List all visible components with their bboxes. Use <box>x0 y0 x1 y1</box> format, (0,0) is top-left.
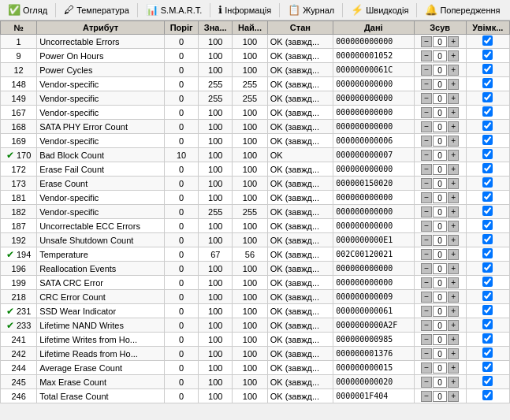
row-enabled-checkbox[interactable] <box>482 163 493 173</box>
row-enabled-checkbox[interactable] <box>482 177 493 188</box>
counter-plus-btn[interactable]: + <box>448 65 459 76</box>
toolbar-btn-temperature[interactable]: 🖊Температура <box>59 2 134 17</box>
counter-minus-btn[interactable]: − <box>421 249 432 260</box>
row-enabled-checkbox[interactable] <box>482 390 493 400</box>
row-enabled-cell[interactable] <box>466 333 509 347</box>
row-enabled-cell[interactable] <box>466 49 509 63</box>
counter-plus-btn[interactable]: + <box>448 348 459 359</box>
counter-minus-btn[interactable]: − <box>421 348 432 359</box>
counter-minus-btn[interactable]: − <box>421 192 432 203</box>
counter-plus-btn[interactable]: + <box>448 164 459 175</box>
row-enabled-checkbox[interactable] <box>482 206 493 216</box>
row-enabled-cell[interactable] <box>466 233 509 247</box>
counter-plus-btn[interactable]: + <box>448 391 459 402</box>
counter-minus-btn[interactable]: − <box>421 164 432 175</box>
row-enabled-checkbox[interactable] <box>482 248 493 258</box>
counter-plus-btn[interactable]: + <box>448 306 459 317</box>
counter-plus-btn[interactable]: + <box>448 192 459 203</box>
counter-plus-btn[interactable]: + <box>448 263 459 274</box>
row-enabled-cell[interactable] <box>466 347 509 361</box>
counter-minus-btn[interactable]: − <box>421 107 432 118</box>
row-enabled-cell[interactable] <box>466 148 509 162</box>
counter-plus-btn[interactable]: + <box>448 377 459 388</box>
toolbar-btn-journal[interactable]: 📋Журнал <box>283 2 339 17</box>
row-enabled-checkbox[interactable] <box>482 277 493 287</box>
row-enabled-cell[interactable] <box>466 134 509 148</box>
row-enabled-cell[interactable] <box>466 63 509 77</box>
counter-plus-btn[interactable]: + <box>448 178 459 189</box>
counter-plus-btn[interactable]: + <box>448 107 459 118</box>
row-enabled-cell[interactable] <box>466 361 509 375</box>
counter-minus-btn[interactable]: − <box>421 235 432 246</box>
row-enabled-checkbox[interactable] <box>482 92 493 102</box>
row-enabled-checkbox[interactable] <box>482 291 493 301</box>
toolbar-btn-info[interactable]: ℹІнформація <box>214 2 276 17</box>
row-enabled-checkbox[interactable] <box>482 50 493 60</box>
row-enabled-checkbox[interactable] <box>482 35 493 46</box>
row-enabled-cell[interactable] <box>466 290 509 304</box>
row-enabled-cell[interactable] <box>466 318 509 333</box>
row-enabled-cell[interactable] <box>466 389 509 403</box>
row-enabled-cell[interactable] <box>466 77 509 91</box>
row-enabled-cell[interactable] <box>466 35 509 49</box>
row-enabled-checkbox[interactable] <box>482 305 493 315</box>
row-enabled-cell[interactable] <box>466 106 509 120</box>
toolbar-btn-warnings[interactable]: 🔔Попередження <box>420 2 504 17</box>
row-enabled-cell[interactable] <box>466 219 509 233</box>
counter-minus-btn[interactable]: − <box>421 79 432 90</box>
toolbar-btn-overview[interactable]: ✅Огляд <box>3 2 52 17</box>
row-enabled-cell[interactable] <box>466 177 509 191</box>
row-enabled-checkbox[interactable] <box>482 78 493 88</box>
counter-minus-btn[interactable]: − <box>421 377 432 388</box>
counter-minus-btn[interactable]: − <box>421 334 432 345</box>
row-enabled-checkbox[interactable] <box>482 362 493 372</box>
counter-plus-btn[interactable]: + <box>448 292 459 303</box>
counter-minus-btn[interactable]: − <box>421 93 432 104</box>
row-enabled-checkbox[interactable] <box>482 64 493 74</box>
row-enabled-checkbox[interactable] <box>482 376 493 386</box>
counter-plus-btn[interactable]: + <box>448 277 459 288</box>
counter-plus-btn[interactable]: + <box>448 50 459 61</box>
counter-plus-btn[interactable]: + <box>448 121 459 132</box>
counter-minus-btn[interactable]: − <box>421 136 432 147</box>
row-enabled-checkbox[interactable] <box>482 106 493 117</box>
row-enabled-checkbox[interactable] <box>482 220 493 230</box>
row-enabled-checkbox[interactable] <box>482 262 493 273</box>
counter-plus-btn[interactable]: + <box>448 221 459 232</box>
counter-plus-btn[interactable]: + <box>448 235 459 246</box>
counter-plus-btn[interactable]: + <box>448 320 459 331</box>
row-enabled-cell[interactable] <box>466 304 509 318</box>
counter-minus-btn[interactable]: − <box>421 391 432 402</box>
row-enabled-cell[interactable] <box>466 247 509 262</box>
row-enabled-checkbox[interactable] <box>482 191 493 202</box>
counter-minus-btn[interactable]: − <box>421 36 432 47</box>
counter-minus-btn[interactable]: − <box>421 206 432 217</box>
row-enabled-cell[interactable] <box>466 276 509 290</box>
row-enabled-checkbox[interactable] <box>482 319 493 329</box>
counter-minus-btn[interactable]: − <box>421 277 432 288</box>
counter-plus-btn[interactable]: + <box>448 334 459 345</box>
counter-minus-btn[interactable]: − <box>421 292 432 303</box>
row-enabled-checkbox[interactable] <box>482 121 493 131</box>
counter-plus-btn[interactable]: + <box>448 136 459 147</box>
row-enabled-checkbox[interactable] <box>482 348 493 358</box>
row-enabled-cell[interactable] <box>466 120 509 134</box>
counter-minus-btn[interactable]: − <box>421 221 432 232</box>
row-enabled-checkbox[interactable] <box>482 149 493 159</box>
counter-minus-btn[interactable]: − <box>421 263 432 274</box>
toolbar-btn-shortcut[interactable]: ⚡Швидкодія <box>346 2 413 17</box>
counter-minus-btn[interactable]: − <box>421 65 432 76</box>
counter-minus-btn[interactable]: − <box>421 150 432 161</box>
row-enabled-checkbox[interactable] <box>482 135 493 145</box>
row-enabled-cell[interactable] <box>466 191 509 205</box>
counter-plus-btn[interactable]: + <box>448 93 459 104</box>
counter-minus-btn[interactable]: − <box>421 121 432 132</box>
counter-minus-btn[interactable]: − <box>421 50 432 61</box>
counter-minus-btn[interactable]: − <box>421 320 432 331</box>
row-enabled-cell[interactable] <box>466 262 509 276</box>
counter-plus-btn[interactable]: + <box>448 150 459 161</box>
row-enabled-cell[interactable] <box>466 375 509 389</box>
row-enabled-cell[interactable] <box>466 91 509 106</box>
toolbar-btn-smart[interactable]: 📊S.M.A.R.T. <box>141 2 207 17</box>
row-enabled-cell[interactable] <box>466 205 509 219</box>
